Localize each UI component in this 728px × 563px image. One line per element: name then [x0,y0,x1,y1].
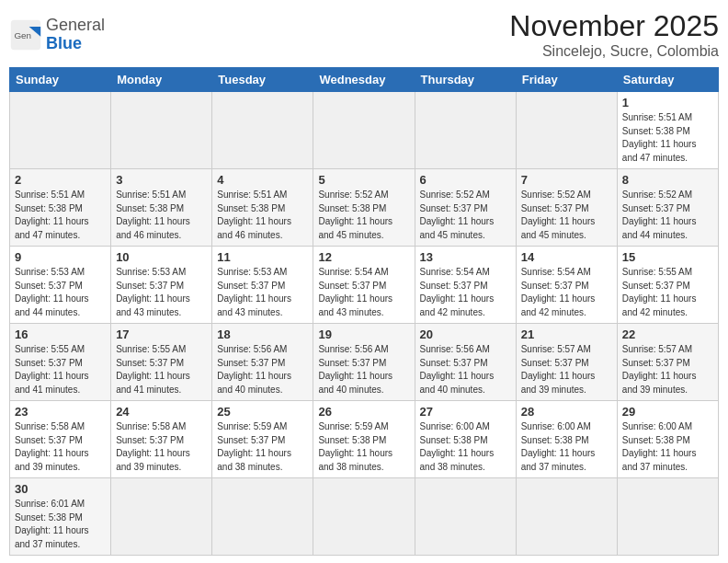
day-info: Sunrise: 5:52 AM Sunset: 5:38 PM Dayligh… [318,189,409,242]
logo-blue: Blue [46,34,82,52]
calendar-day-cell [111,478,212,556]
day-info: Sunrise: 5:57 AM Sunset: 5:37 PM Dayligh… [622,343,713,396]
calendar-day-cell: 2Sunrise: 5:51 AM Sunset: 5:38 PM Daylig… [10,169,111,247]
day-number: 18 [217,327,308,341]
day-info: Sunrise: 5:56 AM Sunset: 5:37 PM Dayligh… [420,343,511,396]
calendar-day-cell [313,478,415,556]
calendar-day-cell: 7Sunrise: 5:52 AM Sunset: 5:37 PM Daylig… [516,169,617,247]
calendar-day-cell: 20Sunrise: 5:56 AM Sunset: 5:37 PM Dayli… [415,324,516,401]
calendar-day-cell: 8Sunrise: 5:52 AM Sunset: 5:37 PM Daylig… [617,169,718,247]
day-number: 22 [622,327,713,341]
calendar-day-cell [313,92,415,169]
day-number: 2 [15,173,106,187]
day-info: Sunrise: 5:58 AM Sunset: 5:37 PM Dayligh… [15,420,106,474]
day-number: 29 [622,405,713,419]
day-number: 19 [318,327,409,341]
calendar-day-cell: 18Sunrise: 5:56 AM Sunset: 5:37 PM Dayli… [212,324,313,401]
day-number: 7 [521,173,612,187]
day-number: 6 [420,173,511,187]
day-info: Sunrise: 6:00 AM Sunset: 5:38 PM Dayligh… [622,420,713,474]
calendar-day-cell: 21Sunrise: 5:57 AM Sunset: 5:37 PM Dayli… [516,324,617,401]
calendar-day-cell: 9Sunrise: 5:53 AM Sunset: 5:37 PM Daylig… [10,247,111,324]
day-info: Sunrise: 5:59 AM Sunset: 5:38 PM Dayligh… [318,420,409,474]
calendar-day-cell: 27Sunrise: 6:00 AM Sunset: 5:38 PM Dayli… [415,401,516,478]
location-subtitle: Sincelejo, Sucre, Colombia [509,43,719,60]
day-info: Sunrise: 5:53 AM Sunset: 5:37 PM Dayligh… [217,266,308,319]
day-info: Sunrise: 5:55 AM Sunset: 5:37 PM Dayligh… [116,343,207,396]
day-number: 8 [622,173,713,187]
day-number: 4 [217,173,308,187]
day-number: 28 [521,405,612,419]
calendar-day-cell: 14Sunrise: 5:54 AM Sunset: 5:37 PM Dayli… [516,247,617,324]
calendar-day-cell: 28Sunrise: 6:00 AM Sunset: 5:38 PM Dayli… [516,401,617,478]
calendar-day-cell: 29Sunrise: 6:00 AM Sunset: 5:38 PM Dayli… [617,401,718,478]
calendar-day-cell: 30Sunrise: 6:01 AM Sunset: 5:38 PM Dayli… [10,478,111,556]
calendar-day-cell: 25Sunrise: 5:59 AM Sunset: 5:37 PM Dayli… [212,401,313,478]
month-title: November 2025 [509,9,719,43]
calendar-week-row: 16Sunrise: 5:55 AM Sunset: 5:37 PM Dayli… [10,324,719,401]
calendar-day-cell: 16Sunrise: 5:55 AM Sunset: 5:37 PM Dayli… [10,324,111,401]
title-area: November 2025 Sincelejo, Sucre, Colombia [509,9,719,60]
calendar-day-cell [111,92,212,169]
day-of-week-header: Friday [516,68,617,92]
calendar-day-cell: 11Sunrise: 5:53 AM Sunset: 5:37 PM Dayli… [212,247,313,324]
day-info: Sunrise: 5:52 AM Sunset: 5:37 PM Dayligh… [521,189,612,242]
calendar-day-cell [212,478,313,556]
day-info: Sunrise: 5:53 AM Sunset: 5:37 PM Dayligh… [116,266,207,319]
logo-icon: Gen [9,18,42,52]
day-info: Sunrise: 5:55 AM Sunset: 5:37 PM Dayligh… [15,343,106,396]
calendar-day-cell [516,478,617,556]
day-info: Sunrise: 5:51 AM Sunset: 5:38 PM Dayligh… [116,189,207,242]
day-number: 17 [116,327,207,341]
logo-general: General [46,16,105,34]
calendar-day-cell: 26Sunrise: 5:59 AM Sunset: 5:38 PM Dayli… [313,401,415,478]
day-info: Sunrise: 5:51 AM Sunset: 5:38 PM Dayligh… [622,111,713,165]
day-number: 16 [15,327,106,341]
day-info: Sunrise: 5:52 AM Sunset: 5:37 PM Dayligh… [420,189,511,242]
calendar-day-cell: 10Sunrise: 5:53 AM Sunset: 5:37 PM Dayli… [111,247,212,324]
calendar-day-cell: 5Sunrise: 5:52 AM Sunset: 5:38 PM Daylig… [313,169,415,247]
day-info: Sunrise: 5:51 AM Sunset: 5:38 PM Dayligh… [217,189,308,242]
day-info: Sunrise: 6:00 AM Sunset: 5:38 PM Dayligh… [420,420,511,474]
calendar-day-cell: 22Sunrise: 5:57 AM Sunset: 5:37 PM Dayli… [617,324,718,401]
calendar-day-cell [415,478,516,556]
day-number: 20 [420,327,511,341]
day-number: 11 [217,250,308,264]
calendar-day-cell: 4Sunrise: 5:51 AM Sunset: 5:38 PM Daylig… [212,169,313,247]
day-number: 3 [116,173,207,187]
day-number: 25 [217,405,308,419]
day-number: 27 [420,405,511,419]
day-number: 1 [622,96,713,109]
calendar-day-cell: 19Sunrise: 5:56 AM Sunset: 5:37 PM Dayli… [313,324,415,401]
day-info: Sunrise: 5:52 AM Sunset: 5:37 PM Dayligh… [622,189,713,242]
day-number: 14 [521,250,612,264]
calendar-day-cell [516,92,617,169]
day-number: 21 [521,327,612,341]
day-info: Sunrise: 5:55 AM Sunset: 5:37 PM Dayligh… [622,266,713,319]
day-number: 13 [420,250,511,264]
day-number: 30 [15,482,106,496]
day-info: Sunrise: 6:01 AM Sunset: 5:38 PM Dayligh… [15,498,106,551]
calendar-day-cell: 12Sunrise: 5:54 AM Sunset: 5:37 PM Dayli… [313,247,415,324]
calendar-day-cell [415,92,516,169]
day-info: Sunrise: 5:53 AM Sunset: 5:37 PM Dayligh… [15,266,106,319]
day-number: 10 [116,250,207,264]
day-info: Sunrise: 5:54 AM Sunset: 5:37 PM Dayligh… [420,266,511,319]
calendar-week-row: 2Sunrise: 5:51 AM Sunset: 5:38 PM Daylig… [10,169,719,247]
day-info: Sunrise: 6:00 AM Sunset: 5:38 PM Dayligh… [521,420,612,474]
calendar-day-cell [212,92,313,169]
calendar-day-cell: 23Sunrise: 5:58 AM Sunset: 5:37 PM Dayli… [10,401,111,478]
logo-text: General Blue [46,17,105,53]
day-of-week-header: Saturday [617,68,718,92]
calendar-day-cell: 6Sunrise: 5:52 AM Sunset: 5:37 PM Daylig… [415,169,516,247]
calendar-day-cell: 15Sunrise: 5:55 AM Sunset: 5:37 PM Dayli… [617,247,718,324]
day-number: 12 [318,250,409,264]
calendar-week-row: 30Sunrise: 6:01 AM Sunset: 5:38 PM Dayli… [10,478,719,556]
calendar-week-row: 23Sunrise: 5:58 AM Sunset: 5:37 PM Dayli… [10,401,719,478]
calendar-week-row: 9Sunrise: 5:53 AM Sunset: 5:37 PM Daylig… [10,247,719,324]
calendar-day-cell [10,92,111,169]
day-of-week-header: Wednesday [313,68,415,92]
day-info: Sunrise: 5:57 AM Sunset: 5:37 PM Dayligh… [521,343,612,396]
svg-text:Gen: Gen [14,29,31,40]
day-number: 5 [318,173,409,187]
